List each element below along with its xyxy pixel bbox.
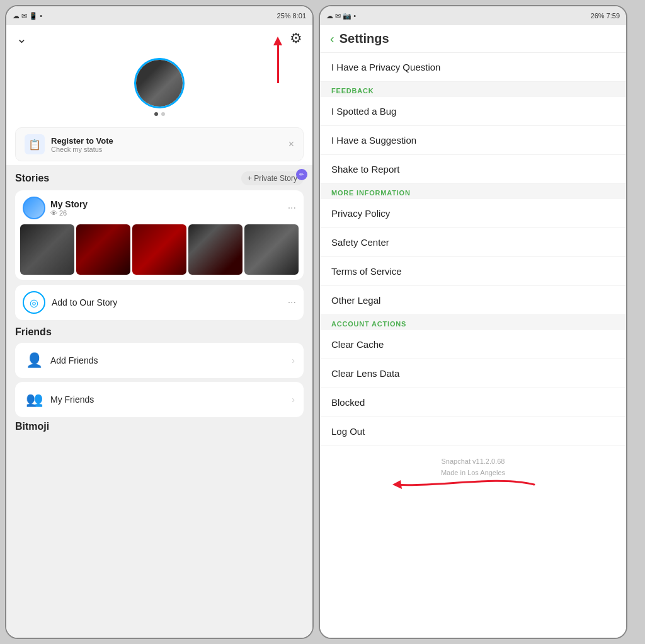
clear-lens-data-item[interactable]: Clear Lens Data: [320, 359, 626, 388]
story-views: 👁 26: [50, 209, 288, 217]
status-info-right-right: 26% 7:59: [591, 12, 620, 20]
private-story-button[interactable]: + Private Story ✏: [241, 171, 304, 185]
my-friends-chevron: ›: [292, 394, 295, 405]
dot-2: [161, 112, 165, 116]
shake-report-item[interactable]: Shake to Report: [320, 155, 626, 184]
add-friends-left: 👤 Add Friends: [24, 350, 98, 371]
thumbnail-4: [188, 224, 243, 275]
add-friend-icon: 👤: [24, 350, 44, 371]
story-info: My Story 👁 26: [50, 199, 288, 217]
story-thumbnails: [15, 222, 304, 280]
register-banner[interactable]: 📋 Register to Vote Check my status ×: [15, 127, 304, 161]
register-text: Register to Vote Check my status: [51, 136, 113, 153]
register-left: 📋 Register to Vote Check my status: [25, 134, 113, 154]
story-more-button[interactable]: ···: [288, 202, 296, 214]
thumbnail-5: [244, 224, 299, 275]
story-header: My Story 👁 26 ···: [15, 190, 304, 222]
stories-title: Stories: [15, 173, 49, 184]
chevron-down-icon[interactable]: ⌄: [16, 31, 27, 46]
status-info-right: 25% 8:01: [277, 12, 306, 20]
avatar[interactable]: [134, 58, 185, 108]
my-story-card[interactable]: My Story 👁 26 ···: [15, 190, 304, 280]
add-story-left: ◎ Add to Our Story: [23, 291, 117, 314]
header-bar: ⌄ ⚙: [6, 25, 312, 52]
safety-center-item[interactable]: Safety Center: [320, 228, 626, 257]
other-legal-item[interactable]: Other Legal: [320, 286, 626, 315]
status-bar-left: ☁ ✉ 📱 • 25% 8:01: [6, 6, 312, 25]
account-actions-section-header: ACCOUNT ACTIONS: [320, 315, 626, 330]
bitmoji-title: Bitmoji: [15, 421, 49, 432]
blocked-item[interactable]: Blocked: [320, 388, 626, 417]
my-friends-left: 👥 My Friends: [24, 389, 94, 410]
dots-indicator: [154, 112, 165, 116]
status-icons-right-left: ☁ ✉ 📷 •: [326, 12, 356, 20]
register-title: Register to Vote: [51, 136, 113, 146]
story-name: My Story: [50, 199, 288, 209]
add-story-more-button[interactable]: ···: [288, 297, 296, 308]
my-friends-icon: 👥: [24, 389, 44, 410]
back-button[interactable]: ‹: [330, 32, 334, 46]
thumbnail-3: [132, 224, 186, 275]
register-subtitle: Check my status: [51, 146, 113, 153]
add-friends-label: Add Friends: [50, 355, 98, 365]
settings-scroll: I Have a Privacy Question FEEDBACK I Spo…: [320, 53, 626, 638]
left-scroll-area: Stories + Private Story ✏ My Story 👁 26: [6, 165, 312, 638]
my-friends-card[interactable]: 👥 My Friends ›: [15, 382, 304, 417]
add-to-our-story-card[interactable]: ◎ Add to Our Story ···: [15, 285, 304, 320]
add-story-icon: ◎: [23, 291, 45, 314]
friends-title: Friends: [15, 326, 52, 338]
feedback-section-header: FEEDBACK: [320, 82, 626, 97]
bitmoji-header: Bitmoji: [15, 421, 304, 432]
privacy-question-item[interactable]: I Have a Privacy Question: [320, 53, 626, 82]
dot-1: [154, 112, 158, 116]
log-out-item[interactable]: Log Out: [320, 417, 626, 446]
thumbnail-2: [76, 224, 130, 275]
status-bar-right: ☁ ✉ 📷 • 26% 7:59: [320, 6, 626, 25]
add-friends-chevron: ›: [292, 355, 295, 365]
friends-section: Friends 👤 Add Friends › 👥 My Friends ›: [15, 326, 304, 417]
more-info-section-header: MORE INFORMATION: [320, 184, 626, 199]
privacy-policy-item[interactable]: Privacy Policy: [320, 199, 626, 228]
status-icons-left: ☁ ✉ 📱 •: [13, 12, 42, 20]
thumbnail-1: [20, 224, 74, 275]
footer-line1: Snapchat v11.2.0.68: [331, 456, 615, 468]
terms-of-service-item[interactable]: Terms of Service: [320, 257, 626, 286]
story-avatar: [23, 197, 45, 219]
add-story-label: Add to Our Story: [52, 297, 117, 308]
gear-icon[interactable]: ⚙: [290, 30, 302, 47]
friends-section-header: Friends: [15, 326, 304, 338]
my-friends-label: My Friends: [50, 394, 94, 405]
spotted-bug-item[interactable]: I Spotted a Bug: [320, 97, 626, 126]
private-story-label: + Private Story: [248, 174, 297, 183]
add-friends-card[interactable]: 👤 Add Friends ›: [15, 343, 304, 378]
add-story-row: ◎ Add to Our Story ···: [15, 285, 304, 320]
settings-title: Settings: [340, 32, 389, 46]
bitmoji-section: Bitmoji: [15, 421, 304, 432]
private-story-edit-icon: ✏: [296, 169, 307, 180]
clear-cache-item[interactable]: Clear Cache: [320, 330, 626, 359]
register-icon: 📋: [25, 134, 45, 154]
profile-section: [6, 52, 312, 124]
settings-header: ‹ Settings: [320, 25, 626, 53]
close-register-button[interactable]: ×: [288, 139, 294, 150]
suggestion-item[interactable]: I Have a Suggestion: [320, 126, 626, 155]
stories-section-header: Stories + Private Story ✏: [15, 171, 304, 185]
settings-footer: Snapchat v11.2.0.68 Made in Los Angeles: [320, 446, 626, 488]
footer-line2: Made in Los Angeles: [331, 468, 615, 479]
